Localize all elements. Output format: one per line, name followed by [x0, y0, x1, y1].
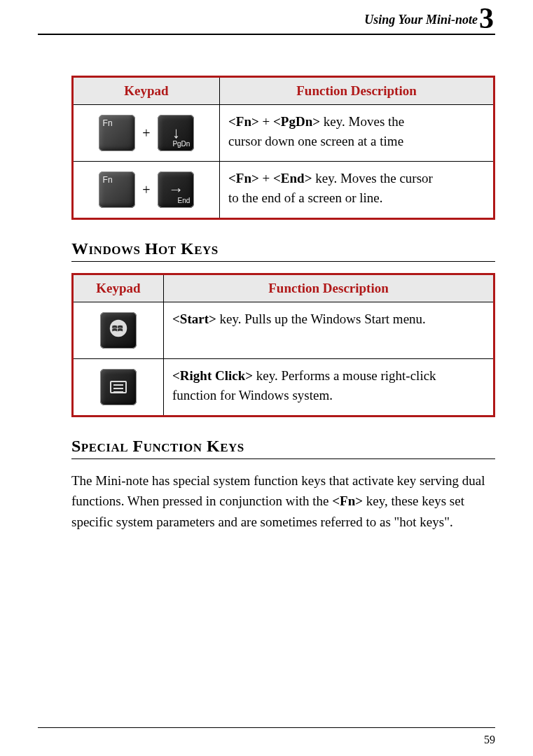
col-header-desc: Function Description [220, 77, 494, 105]
table-row: <Start> key. Pulls up the Windows Start … [73, 302, 494, 359]
running-header: Using Your Mini-note3 [38, 7, 495, 31]
fn-label: <Fn> [228, 171, 259, 186]
desc-cell: <Start> key. Pulls up the Windows Start … [164, 302, 494, 359]
keypad-cell: Fn + ↓ PgDn [73, 105, 220, 162]
end-key-icon: → End [158, 172, 194, 208]
context-menu-key-icon [100, 369, 137, 405]
desc-cell: <Fn> + <End> key. Moves the cursor to th… [220, 162, 494, 219]
menu-lines-icon [110, 381, 127, 393]
running-header-title: Using Your Mini-note [364, 13, 478, 27]
table-header-row: Keypad Function Description [73, 77, 494, 105]
section-rule [71, 458, 495, 459]
col-header-keypad: Keypad [73, 274, 164, 302]
col-header-keypad: Keypad [73, 77, 220, 105]
right-click-label: <Right Click> [172, 368, 253, 383]
fn-key-table: Keypad Function Description Fn + ↓ PgDn … [71, 76, 495, 220]
desc-cell: <Right Click> key. Performs a mouse righ… [164, 359, 494, 416]
windows-logo-icon [109, 318, 128, 338]
keypad-cell: Fn + → End [73, 162, 220, 219]
svg-point-0 [110, 320, 127, 337]
fn-label-inline: <Fn> [332, 493, 363, 508]
desc-cell: <Fn> + <PgDn> key. Moves the cursor down… [220, 105, 494, 162]
chapter-number: 3 [478, 2, 494, 34]
start-label: <Start> [172, 312, 216, 326]
section-rule [71, 261, 495, 262]
plus-icon: + [139, 125, 153, 141]
pgdn-label: <PgDn> [273, 114, 320, 129]
fn-key-icon: Fn [99, 115, 135, 151]
body-paragraph: The Mini-note has special system functio… [71, 470, 495, 532]
section-heading-windows-hot-keys: Windows Hot Keys [71, 239, 495, 258]
pgdn-key-icon: ↓ PgDn [158, 115, 194, 151]
windows-key-icon [100, 312, 137, 349]
table-row: Fn + ↓ PgDn <Fn> + <PgDn> key. Moves the… [73, 105, 494, 162]
plus-icon: + [139, 182, 153, 198]
windows-hotkey-table: Keypad Function Description [71, 273, 495, 417]
fn-key-icon: Fn [99, 172, 135, 208]
table-row: <Right Click> key. Performs a mouse righ… [73, 359, 494, 416]
footer-rule [38, 727, 495, 728]
keypad-cell [73, 302, 164, 359]
table-row: Fn + → End <Fn> + <End> key. Moves the c… [73, 162, 494, 219]
keypad-cell [73, 359, 164, 416]
table-header-row: Keypad Function Description [73, 274, 494, 302]
section-heading-special-function-keys: Special Function Keys [71, 437, 495, 456]
fn-label: <Fn> [228, 114, 259, 129]
page-number: 59 [484, 734, 495, 746]
col-header-desc: Function Description [164, 274, 494, 302]
end-label: <End> [273, 171, 312, 186]
